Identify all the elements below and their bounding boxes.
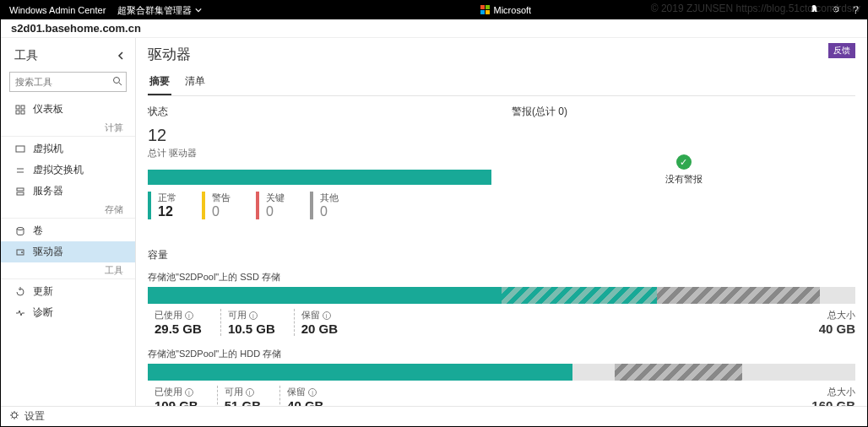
cluster-label: 超聚合群集管理器 <box>117 4 192 17</box>
capacity-pool: 存储池"S2DPool"上的 HDD 存储已使用 i109 GB可用 i51 G… <box>148 348 855 406</box>
cluster-selector[interactable]: 超聚合群集管理器 <box>117 4 202 17</box>
svg-rect-10 <box>16 111 19 114</box>
vswitch-icon <box>14 165 26 176</box>
pool-label: 存储池"S2DPool"上的 SSD 存储 <box>148 271 855 284</box>
svg-rect-8 <box>16 105 19 109</box>
microsoft-label: Microsoft <box>494 5 532 15</box>
bottom-bar: 设置 <box>1 406 867 426</box>
search-input[interactable] <box>9 72 127 92</box>
status-col-good: 正常 12 <box>148 192 202 219</box>
svg-line-7 <box>119 83 122 85</box>
sidebar-item-label: 更新 <box>33 284 53 299</box>
svg-rect-1 <box>486 5 490 9</box>
capacity-meta: 已使用 i29.5 GB可用 i10.5 GB保留 i20 GB总大小40 GB <box>148 309 855 336</box>
sidebar-group-storage: 存储 <box>1 202 135 219</box>
svg-rect-0 <box>480 5 485 9</box>
ok-check-icon: ✓ <box>676 154 692 170</box>
capacity-bar <box>148 287 855 304</box>
collapse-sidebar-icon[interactable] <box>117 49 125 62</box>
capacity-total: 总大小40 GB <box>819 309 855 336</box>
updates-icon <box>14 287 26 297</box>
svg-rect-3 <box>486 10 490 14</box>
tab-summary[interactable]: 摘要 <box>148 71 171 95</box>
status-col-warn: 警告 0 <box>202 192 256 219</box>
svg-rect-2 <box>480 10 485 14</box>
server-name: s2d01.basehome.com.cn <box>11 22 141 35</box>
sidebar-group-compute: 计算 <box>1 120 135 137</box>
volume-icon <box>14 226 26 236</box>
capacity-total: 总大小160 GB <box>811 386 855 406</box>
help-icon[interactable]: ? <box>853 4 859 16</box>
tab-inventory[interactable]: 清单 <box>183 71 207 95</box>
server-header: s2d01.basehome.com.cn <box>1 19 867 38</box>
status-warn-label: 警告 <box>212 192 231 204</box>
status-warn-value: 0 <box>212 204 231 219</box>
svg-rect-12 <box>16 146 24 152</box>
microsoft-logo: Microsoft <box>202 5 809 15</box>
sidebar-item-label: 驱动器 <box>33 245 63 259</box>
settings-icon[interactable] <box>831 4 841 16</box>
capacity-heading: 容量 <box>148 248 855 262</box>
capacity-col-used: 已使用 i109 GB <box>148 386 217 406</box>
sidebar-item-label: 服务器 <box>33 184 63 198</box>
info-icon[interactable]: i <box>185 311 193 320</box>
vm-icon <box>14 144 26 154</box>
sidebar-item-diagnostics[interactable]: 诊断 <box>1 302 135 323</box>
tools-heading: 工具 <box>14 48 38 63</box>
status-panel: 状态 12 总计 驱动器 正常 12 警告 0 关键 0 <box>148 105 491 219</box>
capacity-col-res: 保留 i20 GB <box>294 309 356 336</box>
sidebar-item-drives[interactable]: 驱动器 <box>1 241 135 262</box>
capacity-col-avail: 可用 i10.5 GB <box>220 309 294 336</box>
sidebar-item-volumes[interactable]: 卷 <box>1 220 135 241</box>
status-col-other: 其他 0 <box>310 192 364 219</box>
footer-settings-label[interactable]: 设置 <box>24 409 45 424</box>
svg-point-17 <box>21 251 23 253</box>
info-icon[interactable]: i <box>249 311 258 320</box>
info-icon[interactable]: i <box>308 388 317 397</box>
drive-icon <box>14 247 26 257</box>
status-crit-label: 关键 <box>266 192 285 204</box>
status-heading: 状态 <box>148 105 491 119</box>
sidebar-item-vms[interactable]: 虚拟机 <box>1 138 135 159</box>
svg-rect-9 <box>21 105 24 109</box>
feedback-button[interactable]: 反馈 <box>828 43 855 58</box>
sidebar-item-label: 仪表板 <box>33 102 63 116</box>
sidebar-item-dashboard[interactable]: 仪表板 <box>1 99 135 120</box>
svg-rect-14 <box>17 192 24 195</box>
sidebar-item-label: 卷 <box>33 224 43 238</box>
sidebar-item-vswitches[interactable]: 虚拟交换机 <box>1 159 135 181</box>
info-icon[interactable]: i <box>246 388 254 397</box>
search-icon[interactable] <box>112 76 122 89</box>
sidebar-item-servers[interactable]: 服务器 <box>1 181 135 202</box>
status-other-label: 其他 <box>320 192 339 204</box>
drive-total-count: 12 <box>148 126 491 145</box>
sidebar-group-tools: 工具 <box>1 262 135 279</box>
info-icon[interactable]: i <box>323 311 331 320</box>
brand-label: Windows Admin Center <box>9 5 106 15</box>
chevron-down-icon <box>195 7 202 14</box>
status-good-label: 正常 <box>158 192 176 204</box>
pool-label: 存储池"S2DPool"上的 HDD 存储 <box>148 348 855 360</box>
capacity-col-used: 已使用 i29.5 GB <box>148 309 220 336</box>
main-panel: 反馈 驱动器 摘要 清单 状态 12 总计 驱动器 正常 12 警告 0 <box>136 38 867 406</box>
svg-point-6 <box>114 78 120 84</box>
status-good-value: 12 <box>158 204 176 219</box>
sidebar-item-updates[interactable]: 更新 <box>1 281 135 302</box>
dashboard-icon <box>14 105 26 115</box>
microsoft-icon <box>480 5 491 15</box>
svg-rect-11 <box>21 111 24 114</box>
notifications-icon[interactable] <box>809 4 819 16</box>
gear-icon[interactable] <box>9 410 19 423</box>
capacity-bar <box>148 364 855 381</box>
capacity-section: 容量 存储池"S2DPool"上的 SSD 存储已使用 i29.5 GB可用 i… <box>148 248 855 406</box>
capacity-pool: 存储池"S2DPool"上的 SSD 存储已使用 i29.5 GB可用 i10.… <box>148 271 855 336</box>
status-crit-value: 0 <box>266 204 285 219</box>
svg-point-5 <box>835 8 837 10</box>
capacity-col-avail: 可用 i51 GB <box>217 386 279 406</box>
server-icon <box>14 186 26 197</box>
drive-total-label: 总计 驱动器 <box>148 147 491 159</box>
page-title: 驱动器 <box>148 45 855 64</box>
info-icon[interactable]: i <box>185 388 193 397</box>
status-col-crit: 关键 0 <box>256 192 310 219</box>
sidebar-item-label: 诊断 <box>33 305 53 320</box>
